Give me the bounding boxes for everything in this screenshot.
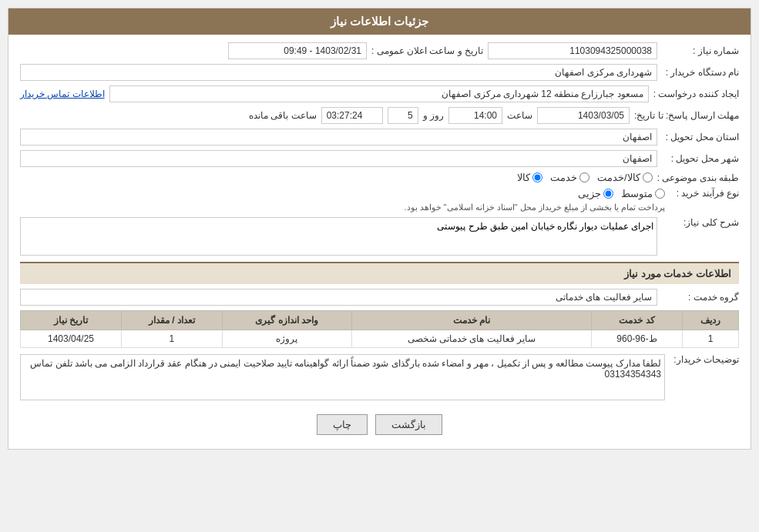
buttons-row: بازگشت چاپ [20, 408, 739, 441]
category-label: طبقه بندی موضوعی : [657, 172, 739, 183]
deadline-time: 14:00 [448, 107, 502, 124]
deadline-day-label: روز و [423, 110, 444, 121]
radio-service-input[interactable] [579, 172, 589, 182]
radio-goods[interactable]: کالا [517, 172, 542, 183]
announce-label: تاریخ و ساعت اعلان عمومی : [371, 45, 483, 56]
cell-name: سایر فعالیت های خدماتی شخصی [351, 330, 592, 348]
purchase-type-label: نوع فرآیند خرید : [670, 188, 739, 199]
radio-goods-service-label: کالا/خدمت [597, 172, 640, 183]
radio-partial-label: جزیی [578, 188, 601, 199]
remaining-time: 03:27:24 [321, 107, 383, 124]
col-qty: تعداد / مقدار [121, 311, 222, 330]
response-deadline-label: مهلت ارسال پاسخ: تا تاریخ: [634, 110, 739, 121]
radio-medium-label: متوسط [621, 188, 653, 199]
back-button[interactable]: بازگشت [375, 414, 442, 435]
city-label: شهر محل تحویل : [662, 153, 739, 164]
cell-row: 1 [682, 330, 738, 348]
col-code: کد خدمت [592, 311, 683, 330]
description-label: شرح کلی نیاز: [662, 217, 739, 228]
buyer-notes-value: لطفا مدارک پیوست مطالعه و پس از تکمیل ، … [20, 354, 665, 400]
radio-service[interactable]: خدمت [550, 172, 589, 183]
radio-goods-service-input[interactable] [643, 172, 653, 182]
page-title: جزئیات اطلاعات نیاز [8, 8, 751, 35]
radio-goods-input[interactable] [532, 172, 542, 182]
services-table: ردیف کد خدمت نام خدمت واحد اندازه گیری ت… [20, 310, 739, 348]
city-value: اصفهان [20, 150, 657, 167]
service-group-value: سایر فعالیت های خدماتی [20, 289, 657, 306]
remaining-label: ساعت باقی مانده [249, 110, 317, 121]
print-button[interactable]: چاپ [317, 414, 368, 435]
col-name: نام خدمت [351, 311, 592, 330]
radio-goods-label: کالا [517, 172, 530, 183]
col-unit: واحد اندازه گیری [222, 311, 351, 330]
deadline-time-label: ساعت [507, 110, 532, 121]
service-group-label: گروه خدمت : [662, 292, 739, 303]
cell-quantity: 1 [121, 330, 222, 348]
col-row: ردیف [682, 311, 738, 330]
radio-medium-input[interactable] [655, 189, 665, 199]
buyer-notes-label: توضیحات خریدار: [670, 354, 739, 365]
deadline-date: 1403/03/05 [537, 107, 630, 124]
buyer-org-label: نام دستگاه خریدار : [662, 67, 739, 78]
radio-medium[interactable]: متوسط [621, 188, 665, 199]
services-section-header: اطلاعات خدمات مورد نیاز [20, 262, 739, 284]
need-number-value: 1103094325000038 [488, 42, 657, 59]
col-date: تاریخ نیاز [21, 311, 122, 330]
description-textarea[interactable]: اجرای عملیات دیوار نگاره خیابان امین طبق… [20, 217, 657, 256]
cell-unit: پروژه [222, 330, 351, 348]
requester-value: مسعود جبارزارع منطقه 12 شهرداری مرکزی اص… [109, 85, 649, 102]
province-value: اصفهان [20, 129, 657, 146]
need-number-label: شماره نیاز : [662, 45, 739, 56]
buyer-org-value: شهرداری مرکزی اصفهان [20, 64, 657, 81]
radio-goods-service[interactable]: کالا/خدمت [597, 172, 653, 183]
cell-date: 1403/04/25 [21, 330, 122, 348]
contact-link[interactable]: اطلاعات تماس خریدار [20, 89, 105, 99]
radio-partial-input[interactable] [603, 189, 613, 199]
requester-label: ایجاد کننده درخواست : [653, 89, 739, 99]
cell-code: ط-96-960 [592, 330, 683, 348]
table-row: 1ط-96-960سایر فعالیت های خدماتی شخصیپروژ… [21, 330, 739, 348]
announce-value: 1403/02/31 - 09:49 [228, 42, 367, 59]
radio-partial[interactable]: جزیی [578, 188, 613, 199]
purchase-note: پرداخت تمام یا بخشی از مبلغ خریداز محل "… [20, 202, 665, 212]
deadline-days: 5 [388, 107, 418, 124]
province-label: استان محل تحویل : [662, 132, 739, 142]
radio-service-label: خدمت [550, 172, 577, 183]
